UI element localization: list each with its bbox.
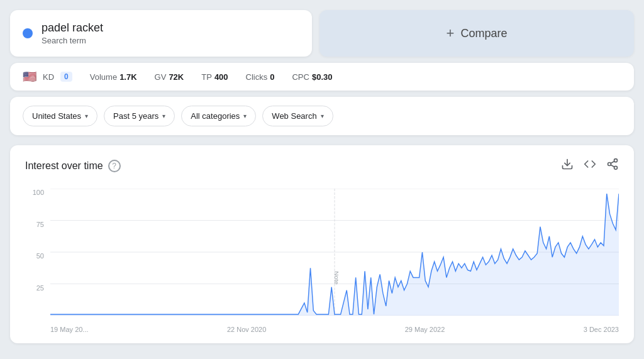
- gv-metric: GV 72K: [155, 72, 184, 82]
- cpc-metric: CPC $0.30: [292, 72, 332, 82]
- time-filter-label: Past 5 years: [113, 111, 158, 121]
- category-filter-chevron-icon: ▾: [243, 113, 247, 119]
- metrics-card: 🇺🇸 KD 0 Volume 1.7K GV 72K TP 400 Clicks…: [10, 63, 634, 91]
- search-type-filter-label: Web Search: [272, 111, 316, 121]
- gv-label: GV: [155, 72, 167, 82]
- x-label-3: 29 May 2022: [405, 326, 445, 333]
- compare-card[interactable]: + Compare: [319, 10, 634, 57]
- x-label-2: 22 Nov 2020: [227, 326, 266, 333]
- chart-title: Interest over time: [25, 160, 103, 172]
- volume-label: Volume: [90, 72, 117, 82]
- search-term-name: padel racket: [42, 21, 103, 35]
- y-label-25: 25: [36, 284, 44, 292]
- code-icon[interactable]: [584, 158, 596, 174]
- category-filter-label: All categories: [191, 111, 240, 121]
- x-label-1: 19 May 20...: [50, 326, 89, 333]
- chart-card: Interest over time ?: [10, 145, 634, 343]
- search-term-card: padel racket Search term: [10, 10, 312, 57]
- help-icon[interactable]: ?: [108, 160, 121, 172]
- y-label-100: 100: [33, 189, 44, 196]
- search-type-filter-button[interactable]: Web Search ▾: [262, 106, 333, 126]
- svg-text:Note: Note: [333, 271, 340, 285]
- cpc-label: CPC: [292, 72, 309, 82]
- chart-header: Interest over time ?: [25, 158, 619, 174]
- country-filter-label: United States: [32, 111, 81, 121]
- clicks-label: Clicks: [246, 72, 268, 82]
- tp-label: TP: [201, 72, 212, 82]
- search-term-dot: [23, 28, 33, 38]
- x-label-4: 3 Dec 2023: [584, 326, 619, 333]
- svg-line-4: [611, 165, 614, 167]
- gv-value: 72K: [169, 72, 184, 82]
- tp-metric: TP 400: [201, 72, 228, 82]
- compare-label: Compare: [460, 27, 507, 40]
- compare-plus-icon: +: [447, 25, 455, 41]
- time-filter-button[interactable]: Past 5 years ▾: [104, 106, 175, 126]
- chart-actions: [561, 158, 619, 174]
- chart-title-area: Interest over time ?: [25, 160, 121, 172]
- cpc-value: $0.30: [312, 72, 333, 82]
- category-filter-button[interactable]: All categories ▾: [181, 106, 256, 126]
- share-icon[interactable]: [606, 158, 619, 174]
- search-term-type: Search term: [42, 36, 103, 45]
- clicks-metric: Clicks 0: [246, 72, 275, 82]
- download-icon[interactable]: [561, 158, 574, 174]
- volume-value: 1.7K: [119, 72, 136, 82]
- svg-line-5: [611, 161, 614, 163]
- country-flag-icon: 🇺🇸: [23, 72, 36, 82]
- y-label-50: 50: [36, 252, 44, 260]
- y-label-75: 75: [36, 221, 44, 228]
- clicks-value: 0: [270, 72, 274, 82]
- tp-value: 400: [214, 72, 228, 82]
- search-type-filter-chevron-icon: ▾: [321, 113, 324, 119]
- time-filter-chevron-icon: ▾: [162, 113, 165, 119]
- filters-card: United States ▾ Past 5 years ▾ All categ…: [10, 97, 634, 135]
- country-filter-chevron-icon: ▾: [85, 113, 88, 119]
- volume-metric: Volume 1.7K: [90, 72, 137, 82]
- country-filter-button[interactable]: United States ▾: [23, 106, 97, 126]
- chart-svg: Note: [50, 189, 619, 316]
- kd-label: KD: [43, 72, 54, 82]
- search-term-text: padel racket Search term: [42, 21, 103, 45]
- kd-value-badge: 0: [60, 72, 72, 82]
